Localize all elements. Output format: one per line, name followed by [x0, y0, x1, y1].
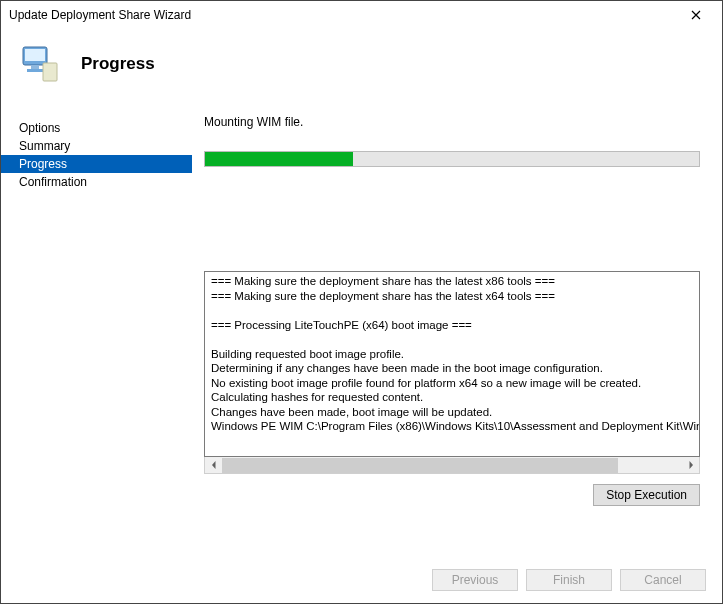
finish-button: Finish [526, 569, 612, 591]
content-area: Mounting WIM file. === Making sure the d… [192, 93, 722, 506]
svg-rect-2 [31, 65, 39, 69]
chevron-left-icon [210, 461, 218, 469]
previous-button: Previous [432, 569, 518, 591]
title-bar: Update Deployment Share Wizard [1, 1, 722, 29]
nav-item-options[interactable]: Options [1, 119, 192, 137]
scroll-thumb[interactable] [222, 458, 618, 473]
cancel-button: Cancel [620, 569, 706, 591]
footer-buttons: Previous Finish Cancel [432, 569, 706, 591]
status-text: Mounting WIM file. [204, 115, 700, 129]
progress-fill [205, 152, 353, 166]
scroll-track[interactable] [222, 458, 682, 473]
header: Progress [1, 29, 722, 93]
scroll-right-button[interactable] [682, 458, 699, 473]
svg-rect-4 [43, 63, 57, 81]
log-output[interactable]: === Making sure the deployment share has… [204, 271, 700, 457]
svg-rect-3 [27, 69, 43, 72]
nav-item-summary[interactable]: Summary [1, 137, 192, 155]
horizontal-scrollbar[interactable] [204, 457, 700, 474]
close-icon [691, 10, 701, 20]
close-button[interactable] [678, 5, 714, 25]
page-title: Progress [81, 54, 155, 74]
stop-execution-button[interactable]: Stop Execution [593, 484, 700, 506]
nav-item-progress[interactable]: Progress [1, 155, 192, 173]
window-title: Update Deployment Share Wizard [9, 8, 678, 22]
scroll-left-button[interactable] [205, 458, 222, 473]
nav-item-confirmation[interactable]: Confirmation [1, 173, 192, 191]
progress-bar [204, 151, 700, 167]
chevron-right-icon [687, 461, 695, 469]
svg-rect-1 [25, 49, 45, 61]
nav-sidebar: Options Summary Progress Confirmation [1, 93, 192, 506]
wizard-icon [15, 39, 65, 89]
